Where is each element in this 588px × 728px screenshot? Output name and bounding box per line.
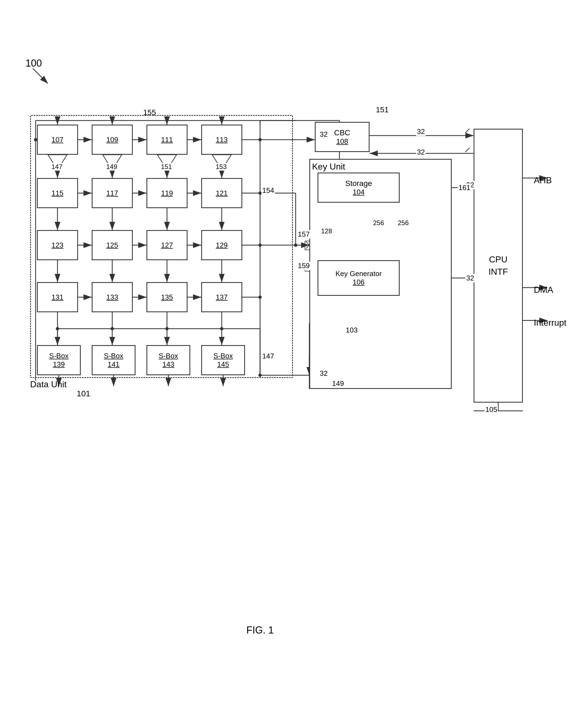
label-ahb: AHB <box>534 175 552 185</box>
key-gen-box: Key Generator 106 <box>318 260 400 296</box>
svg-line-99 <box>465 148 469 152</box>
label-149-bus: 149 <box>331 379 345 388</box>
block-131: 131 <box>37 282 78 312</box>
label-interrupt: Interrupt <box>534 318 566 328</box>
label-32-bottom: 32 <box>319 369 329 378</box>
storage-box: Storage 104 <box>318 173 400 203</box>
label-32-keygen: 32 <box>465 274 475 282</box>
block-137: 137 <box>201 282 242 312</box>
label-256a: 256 <box>372 219 385 227</box>
label-32-cbc-right-top: 32 <box>416 127 426 136</box>
block-107: 107 <box>37 125 78 155</box>
label-154: 154 <box>261 186 275 195</box>
block-123: 123 <box>37 230 78 260</box>
label-151-tri: 151 <box>160 163 173 170</box>
label-147-bus: 147 <box>261 352 275 360</box>
arrow-100-icon <box>30 66 52 88</box>
block-125: 125 <box>92 230 133 260</box>
svg-point-75 <box>294 243 297 247</box>
svg-line-98 <box>465 129 469 133</box>
block-127: 127 <box>146 230 188 260</box>
label-256b: 256 <box>397 219 410 227</box>
label-159: 159 <box>297 262 310 270</box>
block-117: 117 <box>92 178 133 208</box>
block-121: 121 <box>201 178 242 208</box>
label-149-tri: 149 <box>105 163 118 170</box>
label-dma: DMA <box>534 285 553 295</box>
svg-line-115 <box>33 68 48 83</box>
block-115: 115 <box>37 178 78 208</box>
label-161: 161 <box>458 183 471 192</box>
figure-label: FIG. 1 <box>246 625 274 636</box>
block-143: S-Box 143 <box>146 345 190 375</box>
block-113: 113 <box>201 125 242 155</box>
data-unit-label: Data Unit <box>30 379 66 389</box>
label-151: 151 <box>375 105 390 114</box>
block-141: S-Box 141 <box>92 345 135 375</box>
label-101: 101 <box>77 389 90 398</box>
block-133: 133 <box>92 282 133 312</box>
block-111: 111 <box>146 125 188 155</box>
label-147-tri: 147 <box>51 163 63 170</box>
label-32-cbc-top: 32 <box>319 130 329 139</box>
label-105: 105 <box>485 405 498 414</box>
block-119: 119 <box>146 178 188 208</box>
block-145: S-Box 145 <box>201 345 245 375</box>
block-109: 109 <box>92 125 133 155</box>
key-unit-label: Key Unit <box>312 162 345 172</box>
block-135: 135 <box>146 282 188 312</box>
label-157: 157 <box>297 230 310 239</box>
cpu-intf-box: CPU INTF <box>474 129 523 403</box>
label-128: 128 <box>320 227 333 235</box>
label-103: 103 <box>345 326 358 335</box>
block-139: S-Box 139 <box>37 345 81 375</box>
label-32-cbc-right-bot: 32 <box>416 148 426 156</box>
label-153-tri: 153 <box>215 163 228 170</box>
block-129: 129 <box>201 230 242 260</box>
